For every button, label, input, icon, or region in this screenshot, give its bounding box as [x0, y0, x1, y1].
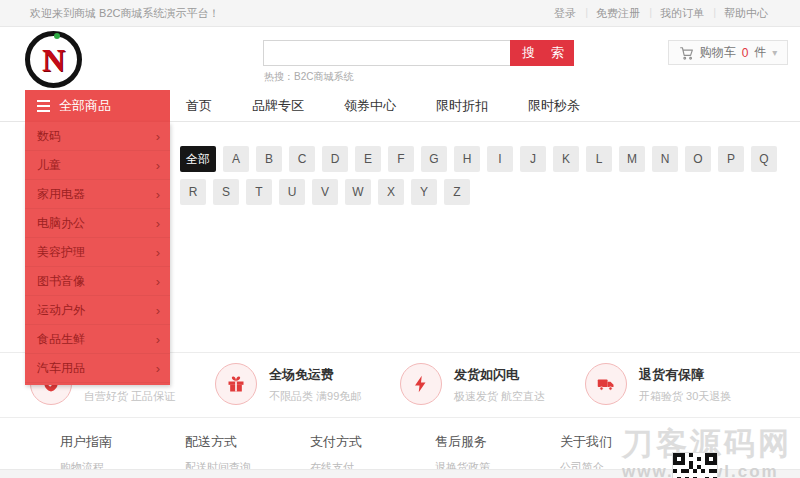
sidebar-category-item[interactable]: 儿童 › [25, 151, 170, 180]
letter-tile[interactable]: L [586, 146, 612, 172]
welcome-text: 欢迎来到商城 B2C商城系统演示平台！ [30, 6, 219, 21]
lightning-icon [400, 363, 442, 405]
topbar-link[interactable]: 帮助中心 [714, 6, 778, 21]
letter-tile[interactable]: Z [444, 179, 470, 205]
letter-tile[interactable]: S [213, 179, 239, 205]
topbar-link[interactable]: 我的订单 [650, 6, 714, 21]
nav-link[interactable]: 首页 [186, 97, 212, 115]
category-sidebar: 数码 › 儿童 › 家用电器 › 电脑办公 › 美容护理 › 图书音像 › 运动… [25, 122, 170, 385]
sidebar-category-label: 运动户外 [37, 302, 85, 319]
sidebar-category-item[interactable]: 食品生鲜 › [25, 325, 170, 354]
chevron-right-icon: › [156, 332, 160, 347]
letter-tile[interactable]: R [180, 179, 206, 205]
sidebar-category-item[interactable]: 汽车用品 › [25, 354, 170, 383]
nav-links: 首页品牌专区领券中心限时折扣限时秒杀 [186, 90, 580, 122]
letter-tile[interactable]: J [520, 146, 546, 172]
sidebar-category-label: 图书音像 [37, 273, 85, 290]
topbar-links: 登录免费注册我的订单帮助中心 [544, 6, 778, 21]
chevron-right-icon: › [156, 187, 160, 202]
sidebar-category-label: 儿童 [37, 157, 61, 174]
sidebar-category-item[interactable]: 数码 › [25, 122, 170, 151]
footer-column-title: 配送方式 [185, 433, 310, 451]
all-categories-button[interactable]: 全部商品 [25, 90, 170, 122]
logo-spark-icon [54, 33, 60, 39]
feature-subtitle: 开箱验货 30天退换 [639, 389, 731, 404]
letter-tile-all[interactable]: 全部 [180, 146, 216, 172]
letter-tile[interactable]: Y [411, 179, 437, 205]
sidebar-category-label: 电脑办公 [37, 215, 85, 232]
nav-link[interactable]: 品牌专区 [252, 97, 304, 115]
chevron-right-icon: › [156, 216, 160, 231]
letter-tile[interactable]: D [322, 146, 348, 172]
hot-keywords: 热搜：B2C商城系统 [264, 70, 353, 84]
letter-tile[interactable]: T [246, 179, 272, 205]
qr-code [672, 452, 718, 478]
sidebar-category-label: 家用电器 [37, 186, 85, 203]
letter-tile[interactable]: V [312, 179, 338, 205]
topbar-link[interactable]: 登录 [544, 6, 586, 21]
feature-subtitle: 极速发货 航空直达 [454, 389, 545, 404]
letter-tile[interactable]: N [652, 146, 678, 172]
logo-letter: N [42, 44, 65, 76]
letter-tile[interactable]: P [718, 146, 744, 172]
sidebar-category-label: 汽车用品 [37, 360, 85, 377]
sidebar-category-item[interactable]: 运动户外 › [25, 296, 170, 325]
chevron-right-icon: › [156, 274, 160, 289]
search-bar: 搜 索 [263, 40, 574, 66]
sidebar-category-item[interactable]: 家用电器 › [25, 180, 170, 209]
letter-tile[interactable]: H [454, 146, 480, 172]
sidebar-category-item[interactable]: 电脑办公 › [25, 209, 170, 238]
nav-link[interactable]: 限时折扣 [436, 97, 488, 115]
letter-tile[interactable]: C [289, 146, 315, 172]
letter-tile[interactable]: X [378, 179, 404, 205]
nav-link[interactable]: 限时秒杀 [528, 97, 580, 115]
letter-tile[interactable]: M [619, 146, 645, 172]
hamburger-icon [37, 100, 50, 112]
letter-tile[interactable]: W [345, 179, 371, 205]
sidebar-category-item[interactable]: 图书音像 › [25, 267, 170, 296]
chevron-right-icon: › [156, 158, 160, 173]
feature-title: 全场免运费 [269, 366, 361, 384]
letter-tile[interactable]: I [487, 146, 513, 172]
footer-column-title: 支付方式 [310, 433, 435, 451]
sidebar-category-item[interactable]: 美容护理 › [25, 238, 170, 267]
letter-tile[interactable]: Q [751, 146, 777, 172]
navbar: 全部商品 首页品牌专区领券中心限时折扣限时秒杀 [0, 90, 800, 122]
cart-button[interactable]: 购物车 0 件 ▾ [668, 40, 788, 65]
letter-tile[interactable]: E [355, 146, 381, 172]
letter-tile[interactable]: G [421, 146, 447, 172]
truck-icon [585, 363, 627, 405]
feature-title: 退货有保障 [639, 366, 731, 384]
footer-column-title: 用户指南 [60, 433, 185, 451]
cart-unit: 件 [754, 44, 766, 61]
letter-tile[interactable]: F [388, 146, 414, 172]
feature-title: 发货如闪电 [454, 366, 545, 384]
feature-returns: 退货有保障 开箱验货 30天退换 [585, 363, 770, 405]
chevron-right-icon: › [156, 129, 160, 144]
footer-column-title: 售后服务 [435, 433, 560, 451]
letter-tile[interactable]: A [223, 146, 249, 172]
all-categories-label: 全部商品 [59, 97, 111, 115]
topbar-link[interactable]: 免费注册 [586, 6, 650, 21]
nav-link[interactable]: 领券中心 [344, 97, 396, 115]
feature-subtitle: 不限品类 满99免邮 [269, 389, 361, 404]
cart-icon [679, 46, 694, 60]
gift-icon [215, 363, 257, 405]
search-button[interactable]: 搜 索 [510, 40, 574, 66]
chevron-right-icon: › [156, 245, 160, 260]
feature-subtitle: 自营好货 正品保证 [84, 389, 175, 404]
letter-tile[interactable]: U [279, 179, 305, 205]
cart-count: 0 [742, 46, 749, 60]
chevron-right-icon: › [156, 303, 160, 318]
sidebar-category-label: 食品生鲜 [37, 331, 85, 348]
logo[interactable]: N [25, 31, 82, 88]
letter-tile[interactable]: O [685, 146, 711, 172]
search-input[interactable] [263, 40, 510, 66]
chevron-down-icon: ▾ [772, 47, 777, 58]
footer-column-title: 关于我们 [560, 433, 685, 451]
sidebar-category-label: 数码 [37, 128, 61, 145]
topbar: 欢迎来到商城 B2C商城系统演示平台！ 登录免费注册我的订单帮助中心 [0, 0, 800, 27]
letter-tile[interactable]: B [256, 146, 282, 172]
letter-tile[interactable]: K [553, 146, 579, 172]
sidebar-category-label: 美容护理 [37, 244, 85, 261]
